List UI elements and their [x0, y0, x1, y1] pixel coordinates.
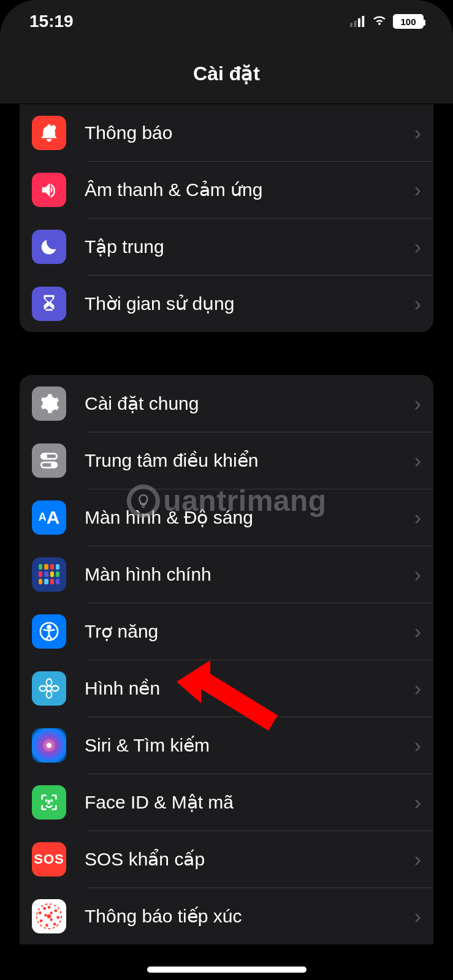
chevron-right-icon: ›: [414, 676, 421, 700]
svg-point-14: [39, 685, 46, 691]
home-grid-icon: [32, 557, 66, 592]
svg-point-10: [47, 625, 50, 628]
svg-point-18: [46, 800, 47, 801]
settings-row-siri[interactable]: Siri & Tìm kiếm ›: [20, 717, 433, 774]
settings-row-focus[interactable]: Tập trung ›: [20, 218, 433, 275]
row-label: SOS khẩn cấp: [85, 848, 408, 870]
settings-row-accessibility[interactable]: Trợ năng ›: [20, 603, 433, 660]
svg-point-8: [51, 463, 55, 467]
settings-row-wallpaper[interactable]: Hình nền ›: [20, 660, 433, 717]
hourglass-icon: [32, 287, 66, 321]
wifi-icon: [371, 11, 388, 32]
bell-icon: [32, 116, 66, 150]
svg-point-13: [47, 691, 52, 698]
faceid-icon: [32, 785, 66, 820]
settings-row-exposure[interactable]: Thông báo tiếp xúc ›: [20, 888, 433, 944]
svg-rect-0: [350, 23, 352, 27]
svg-rect-2: [358, 18, 360, 27]
svg-point-27: [39, 911, 42, 914]
page-title: Cài đặt: [0, 43, 453, 104]
row-label: Màn hình & Độ sáng: [85, 507, 408, 528]
chevron-right-icon: ›: [414, 790, 421, 814]
row-label: Tập trung: [85, 236, 408, 257]
settings-row-sounds[interactable]: Âm thanh & Cảm ứng ›: [20, 161, 433, 218]
row-label: Thời gian sử dụng: [85, 293, 408, 314]
status-time: 15:19: [29, 12, 74, 31]
settings-row-faceid[interactable]: Face ID & Mật mã ›: [20, 774, 433, 831]
cellular-icon: [350, 12, 366, 31]
settings-row-homescreen[interactable]: Màn hình chính ›: [20, 546, 433, 603]
svg-point-24: [53, 922, 56, 925]
svg-point-32: [50, 918, 52, 921]
svg-rect-1: [354, 21, 357, 27]
row-label: Trung tâm điều khiển: [85, 450, 408, 471]
toggles-icon: [32, 443, 66, 478]
exposure-icon: [32, 899, 66, 933]
settings-row-general[interactable]: Cài đặt chung ›: [20, 375, 433, 432]
sos-icon: SOS: [32, 842, 66, 876]
settings-scroll[interactable]: Thông báo › Âm thanh & Cảm ứng › Tập tru…: [0, 104, 453, 980]
svg-point-25: [45, 924, 48, 927]
row-label: Cài đặt chung: [85, 393, 408, 414]
chevron-right-icon: ›: [414, 505, 421, 529]
svg-point-6: [43, 454, 47, 458]
svg-point-29: [47, 914, 51, 918]
settings-row-display[interactable]: AA Màn hình & Độ sáng ›: [20, 489, 433, 546]
chevron-right-icon: ›: [414, 562, 421, 586]
svg-point-4: [51, 125, 56, 130]
page-title-label: Cài đặt: [193, 62, 260, 85]
chevron-right-icon: ›: [414, 448, 421, 472]
home-indicator[interactable]: [147, 967, 306, 973]
chevron-right-icon: ›: [414, 235, 421, 258]
svg-point-28: [43, 907, 46, 910]
text-size-icon: AA: [32, 500, 66, 535]
svg-point-11: [47, 685, 52, 691]
settings-group-1: Thông báo › Âm thanh & Cảm ứng › Tập tru…: [20, 104, 433, 332]
settings-row-screentime[interactable]: Thời gian sử dụng ›: [20, 275, 433, 332]
row-label: Face ID & Mật mã: [85, 791, 408, 813]
flower-icon: [32, 671, 66, 706]
svg-point-23: [56, 916, 59, 919]
chevron-right-icon: ›: [414, 391, 421, 415]
chevron-right-icon: ›: [414, 292, 421, 315]
chevron-right-icon: ›: [414, 178, 421, 202]
svg-point-21: [48, 905, 51, 908]
row-label: Thông báo: [85, 123, 408, 143]
settings-row-controlcenter[interactable]: Trung tâm điều khiển ›: [20, 432, 433, 489]
svg-point-30: [44, 913, 47, 916]
moon-icon: [32, 230, 66, 264]
row-label: Hình nền: [85, 677, 408, 699]
speaker-icon: [32, 173, 66, 207]
chevron-right-icon: ›: [414, 121, 421, 145]
chevron-right-icon: ›: [414, 619, 421, 643]
siri-icon: [32, 728, 66, 763]
settings-group-2: Cài đặt chung › Trung tâm điều khiển › A…: [20, 375, 433, 944]
chevron-right-icon: ›: [414, 847, 421, 871]
svg-point-17: [47, 742, 52, 748]
svg-point-22: [55, 909, 58, 912]
svg-point-15: [51, 685, 58, 691]
row-label: Âm thanh & Cảm ứng: [85, 179, 408, 200]
battery-icon: 100: [393, 14, 424, 29]
svg-rect-3: [362, 16, 364, 27]
row-label: Siri & Tìm kiếm: [85, 734, 408, 756]
status-bar: 15:19 100: [0, 0, 453, 43]
status-right: 100: [350, 11, 424, 32]
settings-row-notifications[interactable]: Thông báo ›: [20, 104, 433, 161]
svg-point-26: [40, 919, 43, 922]
svg-point-19: [51, 800, 52, 801]
svg-point-31: [50, 911, 52, 914]
gear-icon: [32, 386, 66, 421]
row-label: Màn hình chính: [85, 564, 408, 585]
phone-screen: 15:19 100 Cài đặt Thông báo ›: [0, 0, 453, 980]
settings-row-sos[interactable]: SOS SOS khẩn cấp ›: [20, 831, 433, 888]
chevron-right-icon: ›: [414, 733, 421, 757]
svg-point-12: [47, 679, 52, 685]
accessibility-icon: [32, 614, 66, 649]
chevron-right-icon: ›: [414, 904, 421, 928]
row-label: Trợ năng: [85, 620, 408, 642]
row-label: Thông báo tiếp xúc: [85, 905, 408, 927]
